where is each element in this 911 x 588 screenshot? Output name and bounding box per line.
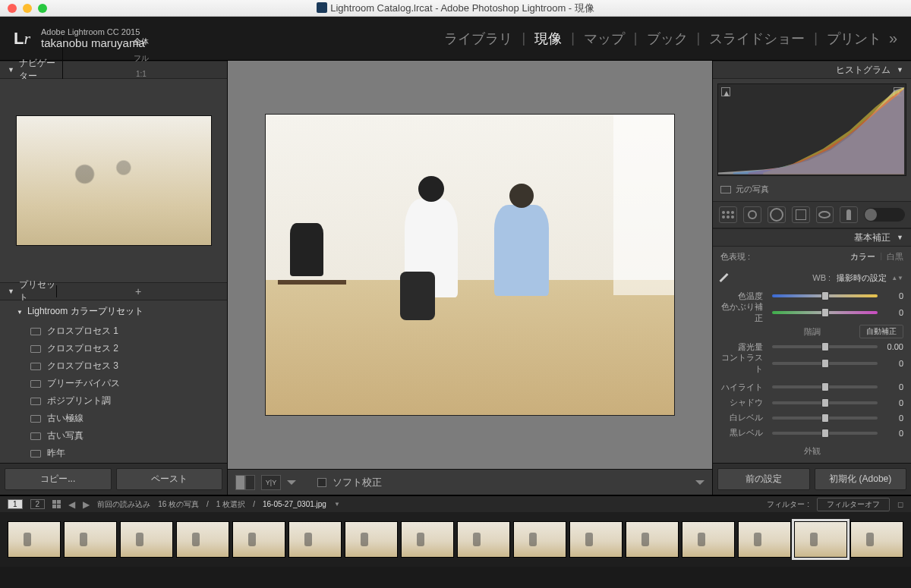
filmstrip-thumbnail[interactable] <box>626 521 679 558</box>
module-develop[interactable]: 現像 <box>533 28 563 49</box>
filmstrip-thumbnail[interactable] <box>850 521 903 558</box>
filmstrip-thumbnail[interactable] <box>120 521 173 558</box>
preset-item[interactable]: 古い写真 <box>0 427 227 445</box>
temp-slider[interactable] <box>772 294 878 297</box>
minimize-window-button[interactable] <box>23 4 32 13</box>
filter-lock-icon[interactable]: ◻ <box>897 500 903 508</box>
blacks-slider[interactable] <box>772 432 878 435</box>
histogram[interactable]: ▲ ▲ <box>717 83 906 176</box>
tint-slider[interactable] <box>772 311 878 314</box>
contrast-value[interactable]: 0 <box>882 359 903 368</box>
exposure-value[interactable]: 0.00 <box>882 342 903 351</box>
preset-item[interactable]: 古い極線 <box>0 410 227 427</box>
filmstrip-thumbnail[interactable] <box>232 521 285 558</box>
zoom-window-button[interactable] <box>38 4 47 13</box>
monitor-1-button[interactable]: 1 <box>8 499 23 509</box>
reset-button[interactable]: 初期化 (Adobe) <box>815 468 907 490</box>
redeye-tool-button[interactable] <box>768 206 786 223</box>
shadows-value[interactable]: 0 <box>882 398 903 407</box>
preset-item[interactable]: ポジプリント調 <box>0 392 227 410</box>
highlights-value[interactable]: 0 <box>882 382 903 391</box>
basic-panel-header[interactable]: 基本補正 ▼ <box>713 228 911 247</box>
filmstrip-thumbnail[interactable] <box>176 521 229 558</box>
filmstrip-thumbnail[interactable] <box>794 521 847 558</box>
auto-tone-button[interactable]: 自動補正 <box>859 325 903 338</box>
filmstrip-thumbnail[interactable] <box>569 521 623 558</box>
treatment-color[interactable]: カラー <box>850 251 875 263</box>
filmstrip-thumbnail[interactable] <box>513 521 566 558</box>
filmstrip-thumbnail[interactable] <box>8 521 61 558</box>
preset-item[interactable]: クロスプロセス 3 <box>0 357 227 375</box>
original-photo-toggle[interactable]: 元の写真 <box>713 181 911 201</box>
grid-view-icon[interactable] <box>52 500 61 508</box>
shadows-slider[interactable] <box>772 401 878 404</box>
wb-preset-dropdown[interactable]: 撮影時の設定 <box>837 272 887 284</box>
filmstrip-thumbnail[interactable] <box>401 521 454 558</box>
exposure-slider[interactable] <box>772 345 878 348</box>
right-panel: ヒストグラム ▼ ▲ ▲ 元の写真 基本補正 <box>712 61 911 495</box>
source-chevron-icon[interactable]: ▼ <box>334 501 340 508</box>
filmstrip-thumbnail[interactable] <box>738 521 791 558</box>
preset-item[interactable]: 昨年 <box>0 445 227 462</box>
filmstrip-thumbnail[interactable] <box>288 521 342 558</box>
loupe-view-button[interactable] <box>235 475 255 490</box>
module-book[interactable]: ブック <box>645 28 689 49</box>
navigator-header[interactable]: ▼ ナビゲーター 全体 フル 1:1 1:2 ▼ <box>0 61 227 79</box>
paste-settings-button[interactable]: ペースト <box>116 468 223 490</box>
filmstrip-thumbnail[interactable] <box>345 521 398 558</box>
monitor-2-button[interactable]: 2 <box>30 499 46 509</box>
tint-value[interactable]: 0 <box>882 308 903 317</box>
temp-value[interactable]: 0 <box>882 291 903 300</box>
navigator-preview[interactable] <box>0 79 227 282</box>
preset-item[interactable]: クロスプロセス 1 <box>0 322 227 340</box>
spot-removal-button[interactable] <box>743 206 761 223</box>
blacks-value[interactable]: 0 <box>882 429 903 438</box>
left-footer: コピー... ペースト <box>0 463 227 495</box>
view-dropdown-icon[interactable] <box>287 480 296 485</box>
module-slideshow[interactable]: スライドショー <box>708 28 806 49</box>
module-map[interactable]: マップ <box>582 28 626 49</box>
nav-forward-icon[interactable]: ▶ <box>83 499 90 510</box>
copy-settings-button[interactable]: コピー... <box>5 468 112 490</box>
softproof-checkbox[interactable] <box>317 478 326 487</box>
treatment-bw[interactable]: 白黒 <box>887 251 903 263</box>
preset-item[interactable]: クロスプロセス 2 <box>0 340 227 357</box>
window-title: Lightroom Catalog.lrcat - Adobe Photosho… <box>0 2 911 15</box>
panel-switch[interactable] <box>864 208 905 222</box>
develop-toolbar: Y|Y ソフト校正 <box>228 469 712 495</box>
previous-settings-button[interactable]: 前の設定 <box>717 468 810 490</box>
filter-dropdown[interactable]: フィルターオフ <box>817 498 890 511</box>
whites-value[interactable]: 0 <box>882 413 903 423</box>
histogram-header[interactable]: ヒストグラム ▼ <box>713 61 911 79</box>
preset-folder[interactable]: ▼Lightroom カラープリセット <box>0 300 227 322</box>
add-preset-icon[interactable]: + <box>135 285 141 297</box>
presets-header[interactable]: ▼ プリセット + <box>0 282 227 300</box>
wb-eyedropper-icon[interactable] <box>720 270 736 285</box>
graduated-filter-button[interactable] <box>792 206 810 223</box>
source-label[interactable]: 前回の読み込み <box>97 499 150 510</box>
whites-slider[interactable] <box>772 417 878 420</box>
close-window-button[interactable] <box>8 4 17 13</box>
zoom-fit[interactable]: 全体 <box>134 36 149 47</box>
radial-filter-button[interactable] <box>816 206 834 223</box>
highlights-slider[interactable] <box>772 385 878 388</box>
filmstrip-thumbnail[interactable] <box>64 521 117 558</box>
filmstrip-thumbnail[interactable] <box>457 521 510 558</box>
filmstrip[interactable] <box>0 512 911 567</box>
nav-back-icon[interactable]: ◀ <box>68 499 75 510</box>
zoom-fill[interactable]: フル <box>134 53 149 64</box>
before-after-button[interactable]: Y|Y <box>261 475 281 490</box>
module-library[interactable]: ライブラリ <box>443 28 514 49</box>
preset-item[interactable]: ブリーチバイパス <box>0 375 227 392</box>
module-print[interactable]: プリント <box>825 28 883 49</box>
contrast-slider[interactable] <box>772 362 878 365</box>
toolbar-more-icon[interactable] <box>695 480 705 485</box>
left-panel: ▼ ナビゲーター 全体 フル 1:1 1:2 ▼ ▼ プリセット + ▼Ligh… <box>0 61 228 495</box>
module-more-icon[interactable]: » <box>889 30 897 47</box>
zoom-1-1[interactable]: 1:1 <box>136 70 147 78</box>
chevron-down-icon[interactable]: ▲▼ <box>891 275 903 281</box>
adjustment-brush-button[interactable] <box>840 206 858 223</box>
image-canvas[interactable] <box>228 61 712 469</box>
crop-tool-button[interactable] <box>719 206 737 223</box>
filmstrip-thumbnail[interactable] <box>682 521 735 558</box>
